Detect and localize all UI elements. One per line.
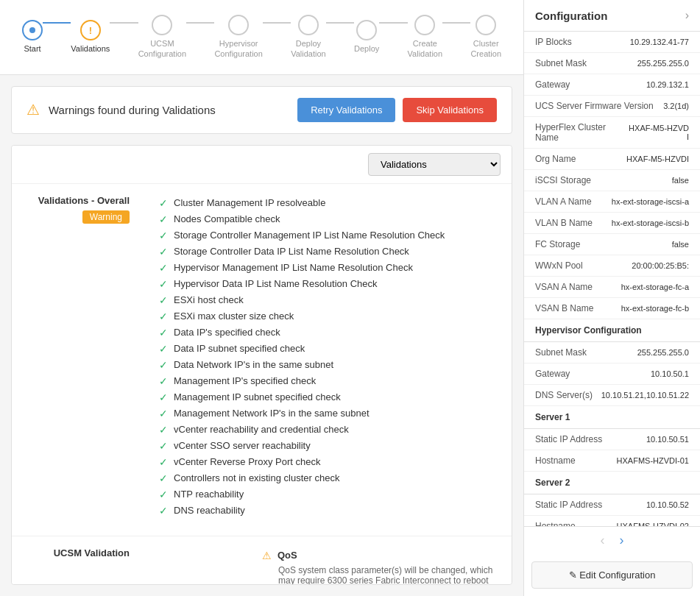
check-label-16: vCenter SSO server reachability [174, 440, 311, 451]
check-label-13: Management IP subnet specified check [174, 391, 341, 402]
step-start: Start [22, 20, 43, 54]
nav-prev-arrow[interactable]: ‹ [601, 533, 605, 548]
validations-check-list: ✓Cluster Management IP resolveable ✓Node… [159, 195, 445, 519]
check-label-10: Data IP subnet specified check [174, 343, 305, 354]
check-item-20: ✓DNS reachability [159, 503, 445, 519]
check-ok-icon-14: ✓ [159, 408, 168, 419]
check-ok-icon-13: ✓ [159, 391, 168, 403]
config-label-cluster-name: HyperFlex Cluster Name [535, 122, 629, 143]
config-label-wwxn: WWxN Pool [535, 260, 583, 271]
config-value-org-name: HXAF-M5-HZVDI [626, 155, 689, 163]
config-value-s1-ip: 10.10.50.51 [646, 435, 689, 444]
sidebar-nav: ‹ › [524, 526, 700, 554]
sidebar-title: Configuration [535, 10, 607, 22]
check-item-10: ✓Data IP subnet specified check [159, 341, 445, 357]
warning-left: ⚠ Warnings found during Validations [26, 101, 216, 118]
config-row-cluster-name: HyperFlex Cluster Name HXAF-M5-HZVDI [524, 117, 700, 149]
step-hypervisor: HypervisorConfiguration [214, 15, 262, 60]
config-value-vsan-b: hx-ext-storage-fc-b [621, 304, 689, 313]
check-ok-icon-5: ✓ [159, 262, 168, 274]
check-item-7: ✓ESXi host check [159, 292, 445, 308]
warning-banner: ⚠ Warnings found during Validations Retr… [11, 86, 512, 134]
check-ok-icon-17: ✓ [159, 456, 168, 468]
check-ok-icon-9: ✓ [159, 327, 168, 338]
config-label-s2-hostname: Hostname [535, 521, 576, 526]
check-label-18: Controllers not in existing cluster chec… [174, 472, 339, 483]
validations-overall-section: Validations - Overall Warning ✓Cluster M… [12, 184, 512, 536]
config-row-ip-blocks: IP Blocks 10.29.132.41-77 [524, 32, 700, 53]
check-item-9: ✓Data IP's specified check [159, 324, 445, 341]
config-row-hyp-subnet: Subnet Mask 255.255.255.0 [524, 342, 700, 363]
ucsm-qos-note: QoS system class parameter(s) will be ch… [278, 565, 497, 585]
check-label-15: vCenter reachability and credential chec… [174, 424, 349, 435]
ucsm-content: ⚠ QoS QoS system class parameter(s) will… [262, 547, 497, 585]
check-item-12: ✓Management IP's specified check [159, 373, 445, 389]
check-ok-icon-11: ✓ [159, 359, 168, 371]
config-label-dns: DNS Server(s) [535, 390, 593, 400]
step-validations: ! Validations [71, 20, 110, 54]
config-row-s2-hostname: Hostname HXAFMS-HZVDI-02 [524, 516, 700, 526]
step-deploy-validation: DeployValidation [291, 15, 326, 60]
connector-2 [110, 22, 138, 24]
step-circle-validations: ! [80, 20, 101, 40]
config-label-subnet-mask: Subnet Mask [535, 58, 587, 68]
ucsm-qos-label: QoS [277, 550, 297, 561]
config-value-cluster-name: HXAF-M5-HZVDI [629, 124, 689, 141]
check-item-15: ✓vCenter reachability and credential che… [159, 422, 445, 438]
config-value-ip-blocks: 10.29.132.41-77 [630, 38, 689, 46]
step-label-cluster-creation: ClusterCreation [470, 38, 501, 60]
check-item-18: ✓Controllers not in existing cluster che… [159, 470, 445, 486]
check-label-9: Data IP's specified check [174, 327, 280, 338]
config-row-vlan-a: VLAN A Name hx-ext-storage-iscsi-a [524, 191, 700, 213]
skip-validations-button[interactable]: Skip Validations [403, 98, 497, 122]
warning-buttons: Retry Validations Skip Validations [297, 98, 497, 122]
config-row-iscsi: iSCSI Storage false [524, 170, 700, 191]
retry-validations-button[interactable]: Retry Validations [297, 98, 395, 122]
right-sidebar: Configuration › IP Blocks 10.29.132.41-7… [523, 0, 700, 596]
check-ok-icon-12: ✓ [159, 375, 168, 387]
ucsm-qos-check: ⚠ QoS [262, 547, 497, 564]
step-circle-create-validation [414, 15, 435, 35]
check-ok-icon-1: ✓ [159, 197, 168, 209]
check-item-5: ✓Hypervisor Management IP List Name Reso… [159, 260, 445, 276]
validations-overall-badge: Warning [82, 210, 130, 224]
check-label-20: DNS reachability [174, 505, 245, 516]
config-label-hyp-subnet: Subnet Mask [535, 347, 587, 358]
config-label-fc-storage: FC Storage [535, 239, 580, 249]
config-value-vlan-b: hx-ext-storage-iscsi-b [612, 219, 689, 227]
config-row-s2-ip: Static IP Address 10.10.50.52 [524, 494, 700, 516]
check-ok-icon-2: ✓ [159, 213, 168, 225]
config-label-vsan-b: VSAN B Name [535, 303, 593, 313]
check-ok-icon-15: ✓ [159, 424, 168, 436]
check-label-7: ESXi host check [174, 294, 244, 305]
connector-7 [442, 22, 470, 24]
check-item-1: ✓Cluster Management IP resolveable [159, 195, 445, 211]
config-label-vsan-a: VSAN A Name [535, 282, 593, 292]
step-label-deploy-validation: DeployValidation [291, 38, 326, 60]
check-item-17: ✓vCenter Reverse Proxy Port check [159, 454, 445, 470]
config-value-vlan-a: hx-ext-storage-iscsi-a [612, 197, 689, 206]
check-ok-icon-8: ✓ [159, 311, 168, 322]
sidebar-chevron-icon[interactable]: › [685, 9, 689, 22]
config-value-iscsi: false [672, 176, 689, 185]
nav-next-arrow[interactable]: › [620, 533, 624, 548]
warning-text: Warnings found during Validations [49, 104, 216, 116]
edit-configuration-button[interactable]: ✎ Edit Configuration [531, 561, 693, 589]
check-label-12: Management IP's specified check [174, 375, 316, 386]
check-label-3: Storage Controller Management IP List Na… [174, 230, 445, 241]
config-value-wwxn: 20:00:00:25:B5: [632, 261, 689, 270]
config-label-vlan-b: VLAN B Name [535, 218, 593, 228]
config-row-dns: DNS Server(s) 10.10.51.21,10.10.51.22 [524, 385, 700, 406]
progress-bar: Start ! Validations UCSMConfiguration Hy… [0, 0, 523, 75]
check-item-19: ✓NTP reachability [159, 486, 445, 503]
config-value-vsan-a: hx-ext-storage-fc-a [621, 283, 689, 291]
check-item-8: ✓ESXi max cluster size check [159, 308, 445, 324]
connector-3 [186, 22, 214, 24]
config-row-wwxn: WWxN Pool 20:00:00:25:B5: [524, 255, 700, 277]
step-circle-cluster-creation [475, 15, 496, 35]
check-item-14: ✓Management Network IP's in the same sub… [159, 405, 445, 422]
validation-dropdown[interactable]: Validations UCSM Validation All [368, 153, 501, 176]
ucsm-validation-header: UCSM Validation ⚠ QoS QoS system class p… [26, 547, 497, 585]
ucsm-validation-section: UCSM Validation ⚠ QoS QoS system class p… [12, 536, 512, 585]
config-row-s1-ip: Static IP Address 10.10.50.51 [524, 429, 700, 450]
